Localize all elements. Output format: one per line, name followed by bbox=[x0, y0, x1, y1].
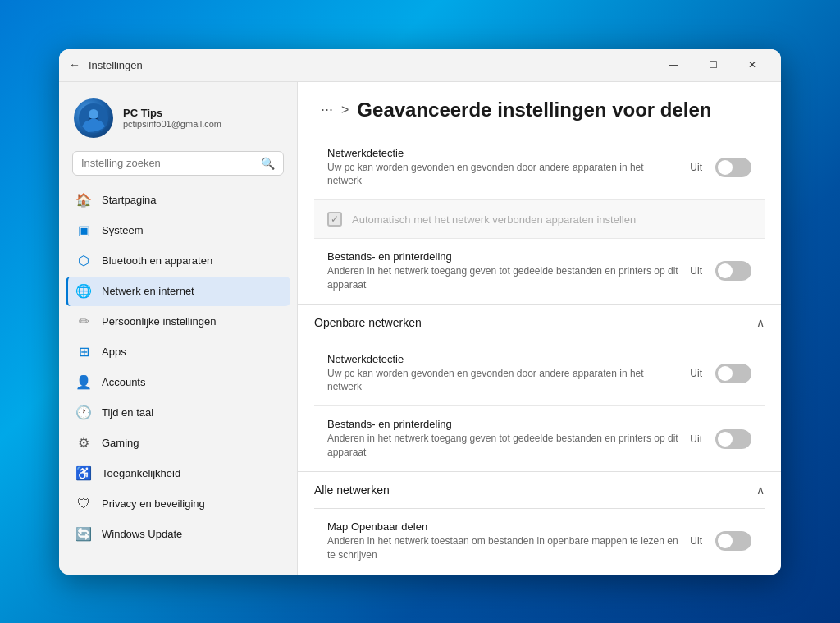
sidebar-label-persoonlijk: Persoonlijke instellingen bbox=[102, 315, 216, 328]
alle-netwerken-section: Map Openbaar delen Anderen in het netwer… bbox=[298, 508, 781, 574]
netwerkdetectie-priv-toggle-group: Uit bbox=[690, 158, 751, 177]
sidebar: PC Tips pctipsinfo01@gmail.com 🔍 🏠 Start… bbox=[59, 82, 297, 575]
search-icon: 🔍 bbox=[261, 157, 275, 170]
bestands-priv-desc: Anderen in het netwerk toegang geven tot… bbox=[327, 264, 680, 292]
sidebar-item-apps[interactable]: ⊞ Apps bbox=[66, 337, 290, 367]
sidebar-label-privacy: Privacy en beveiliging bbox=[102, 497, 205, 510]
bestands-pub-desc: Anderen in het netwerk toegang geven tot… bbox=[327, 432, 680, 460]
netwerkdetectie-priv-toggle[interactable] bbox=[715, 158, 751, 177]
netwerkdetectie-priv-desc: Uw pc kan worden gevonden en gevonden do… bbox=[327, 161, 680, 189]
bestands-priv-toggle[interactable] bbox=[715, 261, 751, 281]
sidebar-item-tijd[interactable]: 🕐 Tijd en taal bbox=[66, 398, 290, 428]
back-button[interactable]: ← bbox=[69, 58, 80, 71]
netwerkdetectie-priv-text: Netwerkdetectie Uw pc kan worden gevonde… bbox=[327, 147, 680, 189]
minimize-button[interactable]: — bbox=[655, 52, 692, 78]
netwerkdetectie-priv-item: Netwerkdetectie Uw pc kan worden gevonde… bbox=[314, 135, 765, 200]
home-icon: 🏠 bbox=[75, 192, 92, 208]
tijd-icon: 🕐 bbox=[75, 405, 92, 421]
bestands-priv-title: Bestands- en printerdeling bbox=[327, 250, 680, 263]
maximize-button[interactable]: ☐ bbox=[694, 52, 732, 78]
main-content: ··· > Geavanceerde instellingen voor del… bbox=[297, 82, 781, 575]
page-header: ··· > Geavanceerde instellingen voor del… bbox=[298, 82, 781, 135]
map-openbaar-title: Map Openbaar delen bbox=[327, 520, 680, 533]
avatar-image bbox=[74, 98, 113, 138]
netwerk-icon: 🌐 bbox=[75, 283, 92, 300]
toegankelijkheid-icon: ♿ bbox=[75, 465, 92, 482]
bluetooth-icon: ⬡ bbox=[75, 253, 92, 269]
gaming-icon: ⚙ bbox=[75, 435, 92, 451]
sidebar-item-persoonlijk[interactable]: ✏ Persoonlijke instellingen bbox=[66, 307, 290, 337]
breadcrumb-dots[interactable]: ··· bbox=[321, 101, 333, 118]
bestands-pub-toggle[interactable] bbox=[715, 429, 751, 449]
profile-section: PC Tips pctipsinfo01@gmail.com bbox=[66, 92, 290, 151]
map-openbaar-desc: Anderen in het netwerk toestaan om besta… bbox=[327, 534, 680, 562]
alle-netwerken-header[interactable]: Alle netwerken ∧ bbox=[298, 471, 781, 508]
openbare-netwerken-section: Netwerkdetectie Uw pc kan worden gevonde… bbox=[298, 341, 781, 471]
netwerkdetectie-pub-toggle-group: Uit bbox=[690, 364, 751, 383]
sidebar-label-systeem: Systeem bbox=[102, 224, 144, 236]
window-title: Instellingen bbox=[89, 59, 655, 71]
netwerkdetectie-pub-title: Netwerkdetectie bbox=[327, 353, 680, 365]
sidebar-item-gaming[interactable]: ⚙ Gaming bbox=[66, 428, 290, 458]
map-openbaar-item: Map Openbaar delen Anderen in het netwer… bbox=[314, 508, 765, 574]
map-openbaar-status: Uit bbox=[690, 535, 702, 547]
map-openbaar-toggle[interactable] bbox=[715, 531, 751, 551]
sidebar-label-bluetooth: Bluetooth en apparaten bbox=[102, 254, 212, 267]
auto-verbonden-title: Automatisch met het netwerk verbonden ap… bbox=[352, 213, 751, 226]
sidebar-label-apps: Apps bbox=[102, 346, 126, 358]
breadcrumb-separator: > bbox=[341, 103, 349, 117]
sidebar-item-toegankelijkheid[interactable]: ♿ Toegankelijkheid bbox=[66, 459, 290, 488]
apps-icon: ⊞ bbox=[75, 344, 92, 360]
netwerkdetectie-pub-toggle[interactable] bbox=[715, 364, 751, 383]
bestands-priv-status: Uit bbox=[690, 265, 702, 277]
map-openbaar-toggle-group: Uit bbox=[690, 531, 751, 551]
auto-verbonden-checkbox: ✓ bbox=[327, 212, 342, 227]
bestands-pub-toggle-group: Uit bbox=[690, 429, 751, 449]
accounts-icon: 👤 bbox=[75, 374, 92, 391]
update-icon: 🔄 bbox=[75, 526, 92, 543]
map-openbaar-text: Map Openbaar delen Anderen in het netwer… bbox=[327, 520, 680, 562]
bestands-priv-item: Bestands- en printerdeling Anderen in he… bbox=[314, 238, 765, 304]
openbare-netwerken-header[interactable]: Openbare netwerken ∧ bbox=[298, 304, 781, 341]
titlebar: ← Instellingen — ☐ ✕ bbox=[59, 49, 781, 82]
bestands-pub-item: Bestands- en printerdeling Anderen in he… bbox=[314, 405, 765, 471]
sidebar-item-update[interactable]: 🔄 Windows Update bbox=[66, 520, 290, 549]
page-title: Geavanceerde instellingen voor delen bbox=[357, 98, 711, 121]
profile-info: PC Tips pctipsinfo01@gmail.com bbox=[123, 107, 221, 129]
bestands-priv-toggle-group: Uit bbox=[690, 261, 751, 281]
bestands-pub-status: Uit bbox=[690, 433, 702, 445]
close-button[interactable]: ✕ bbox=[733, 52, 771, 78]
search-input[interactable] bbox=[81, 157, 254, 169]
bestands-priv-text: Bestands- en printerdeling Anderen in he… bbox=[327, 250, 680, 292]
netwerkdetectie-pub-status: Uit bbox=[690, 368, 702, 379]
sidebar-item-systeem[interactable]: ▣ Systeem bbox=[66, 216, 290, 245]
openbare-netwerken-chevron: ∧ bbox=[756, 316, 765, 329]
alle-netwerken-title: Alle netwerken bbox=[314, 483, 390, 497]
bestands-pub-title: Bestands- en printerdeling bbox=[327, 418, 680, 430]
netwerkdetectie-priv-status: Uit bbox=[690, 162, 702, 173]
netwerkdetectie-priv-title: Netwerkdetectie bbox=[327, 147, 680, 159]
sidebar-item-privacy[interactable]: 🛡 Privacy en beveiliging bbox=[66, 489, 290, 519]
sidebar-label-startpagina: Startpagina bbox=[102, 194, 157, 206]
content-area: PC Tips pctipsinfo01@gmail.com 🔍 🏠 Start… bbox=[59, 82, 781, 575]
settings-window: ← Instellingen — ☐ ✕ bbox=[59, 49, 781, 575]
profile-name: PC Tips bbox=[123, 107, 221, 119]
auto-verbonden-text: Automatisch met het netwerk verbonden ap… bbox=[352, 213, 751, 226]
sidebar-label-tijd: Tijd en taal bbox=[102, 406, 153, 419]
netwerkdetectie-pub-desc: Uw pc kan worden gevonden en gevonden do… bbox=[327, 367, 680, 395]
sidebar-item-accounts[interactable]: 👤 Accounts bbox=[66, 368, 290, 397]
profile-email: pctipsinfo01@gmail.com bbox=[123, 119, 221, 129]
private-network-section: Netwerkdetectie Uw pc kan worden gevonde… bbox=[298, 135, 781, 304]
netwerkdetectie-pub-item: Netwerkdetectie Uw pc kan worden gevonde… bbox=[314, 341, 765, 406]
sidebar-item-bluetooth[interactable]: ⬡ Bluetooth en apparaten bbox=[66, 246, 290, 276]
sidebar-item-netwerk[interactable]: 🌐 Netwerk en internet bbox=[66, 277, 290, 306]
sidebar-label-netwerk: Netwerk en internet bbox=[102, 285, 194, 297]
openbare-netwerken-title: Openbare netwerken bbox=[314, 316, 422, 329]
alle-netwerken-chevron: ∧ bbox=[756, 483, 765, 497]
systeem-icon: ▣ bbox=[75, 222, 92, 239]
sidebar-label-accounts: Accounts bbox=[102, 376, 145, 388]
auto-verbonden-item: ✓ Automatisch met het netwerk verbonden … bbox=[314, 199, 765, 238]
sidebar-item-startpagina[interactable]: 🏠 Startpagina bbox=[66, 186, 290, 215]
search-box[interactable]: 🔍 bbox=[72, 151, 284, 176]
svg-point-1 bbox=[89, 109, 98, 119]
